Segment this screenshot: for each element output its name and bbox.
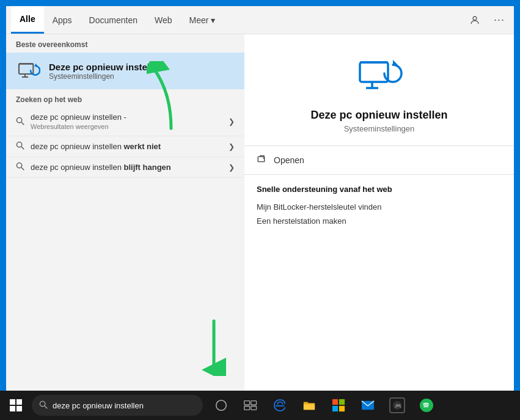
- reset-pc-icon: [16, 59, 40, 83]
- svg-rect-35: [339, 406, 345, 411]
- svg-rect-30: [251, 406, 257, 410]
- start-button[interactable]: [2, 392, 29, 419]
- open-action[interactable]: Openen: [244, 146, 514, 175]
- web-item-2[interactable]: deze pc opnieuw instellen werkt niet ❯: [6, 136, 244, 157]
- taskbar-search-icon: [39, 400, 48, 411]
- xbox-button[interactable]: 🎮: [384, 392, 411, 419]
- taskbar-search-text: deze pc opnieuw instellen: [53, 401, 144, 410]
- web-link-2[interactable]: Een herstelstation maken: [257, 214, 502, 228]
- left-panel: Beste overeenkomst Dez: [6, 34, 244, 403]
- svg-point-24: [40, 401, 45, 406]
- web-item-1-sub: Webresultaten weergeven: [31, 123, 109, 130]
- web-item-1-normal: deze pc opnieuw instellen -: [31, 112, 126, 122]
- svg-point-6: [16, 117, 21, 122]
- mail-button[interactable]: [354, 392, 381, 419]
- web-item-3-normal: deze pc opnieuw instellen blijft hangen: [31, 163, 171, 172]
- search-icon-1: [16, 117, 24, 127]
- right-panel-subtitle: Systeeminstellingen: [344, 124, 415, 133]
- svg-rect-33: [339, 399, 345, 405]
- web-support-title: Snelle ondersteuning vanaf het web: [257, 185, 502, 194]
- svg-rect-17: [258, 157, 265, 161]
- svg-rect-31: [304, 404, 315, 410]
- open-label: Openen: [274, 155, 304, 165]
- search-icon-2: [16, 141, 24, 152]
- right-panel: Deze pc opnieuw instellen Systeeminstell…: [244, 34, 514, 403]
- web-item-1[interactable]: deze pc opnieuw instellen - Webresultate…: [6, 108, 244, 136]
- web-support-section: Snelle ondersteuning vanaf het web Mijn …: [244, 175, 514, 233]
- svg-line-25: [45, 406, 47, 408]
- svg-rect-32: [332, 399, 338, 405]
- best-match-item[interactable]: Deze pc opnieuw instellen Systeeminstell…: [6, 53, 244, 89]
- cortana-button[interactable]: [208, 392, 235, 419]
- svg-point-26: [216, 400, 227, 411]
- search-icon-3: [16, 162, 24, 172]
- web-item-2-normal: deze pc opnieuw instellen werkt niet: [31, 142, 161, 151]
- right-panel-title: Deze pc opnieuw instellen: [310, 109, 447, 122]
- web-search-label: Zoeken op het web: [6, 89, 244, 108]
- edge-button[interactable]: [266, 392, 293, 419]
- taskbar: deze pc opnieuw instellen: [0, 391, 520, 420]
- svg-point-10: [16, 163, 21, 168]
- open-icon: [257, 153, 268, 167]
- tab-apps[interactable]: Apps: [44, 6, 81, 34]
- right-panel-icon: [355, 53, 404, 101]
- tabs-row: Alle Apps Documenten Web Meer ▾ ···: [6, 6, 514, 34]
- svg-point-8: [16, 142, 21, 147]
- svg-line-9: [21, 147, 24, 149]
- svg-marker-5: [35, 64, 38, 66]
- chevron-right-icon-1: ❯: [229, 117, 235, 126]
- taskbar-icons: 🎮: [208, 392, 440, 419]
- content-area: Beste overeenkomst Dez: [6, 34, 514, 403]
- svg-rect-23: [16, 406, 22, 411]
- task-view-button[interactable]: [237, 392, 264, 419]
- more-options-button[interactable]: ···: [489, 10, 509, 30]
- svg-line-11: [21, 168, 24, 170]
- web-item-3[interactable]: deze pc opnieuw instellen blijft hangen …: [6, 157, 244, 178]
- store-button[interactable]: [325, 392, 352, 419]
- svg-marker-16: [393, 60, 398, 65]
- svg-rect-29: [244, 406, 250, 410]
- svg-rect-34: [332, 406, 338, 411]
- svg-point-0: [473, 17, 477, 20]
- tab-meer[interactable]: Meer ▾: [181, 6, 224, 34]
- best-match-subtitle: Systeeminstellingen: [49, 72, 163, 81]
- file-explorer-button[interactable]: [296, 392, 323, 419]
- svg-rect-22: [10, 406, 15, 411]
- chevron-right-icon-2: ❯: [229, 142, 235, 151]
- svg-rect-12: [360, 62, 388, 82]
- best-match-label: Beste overeenkomst: [6, 34, 244, 53]
- spotify-button[interactable]: [413, 392, 440, 419]
- tab-web[interactable]: Web: [146, 6, 181, 34]
- search-window: Alle Apps Documenten Web Meer ▾ ···: [6, 6, 514, 403]
- right-panel-top: Deze pc opnieuw instellen Systeeminstell…: [244, 34, 514, 146]
- svg-rect-20: [10, 399, 15, 405]
- svg-rect-27: [244, 401, 250, 405]
- person-icon-button[interactable]: [465, 10, 485, 30]
- svg-rect-21: [16, 399, 22, 405]
- chevron-down-icon: ▾: [211, 15, 215, 25]
- svg-text:🎮: 🎮: [395, 402, 402, 410]
- web-link-1[interactable]: Mijn BitLocker-herstelsleutel vinden: [257, 200, 502, 214]
- tab-alle[interactable]: Alle: [11, 6, 44, 34]
- chevron-right-icon-3: ❯: [229, 163, 235, 172]
- taskbar-search-box[interactable]: deze pc opnieuw instellen: [32, 395, 203, 416]
- svg-rect-28: [251, 401, 257, 405]
- best-match-title: Deze pc opnieuw instellen: [49, 62, 163, 72]
- tab-documenten[interactable]: Documenten: [81, 6, 146, 34]
- svg-line-7: [21, 122, 24, 125]
